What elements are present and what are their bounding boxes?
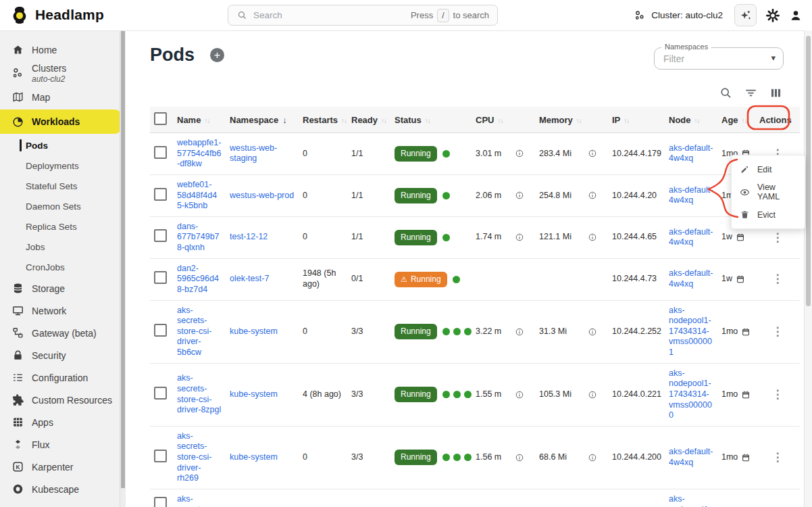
column-header-age[interactable]: Age↑↓: [717, 107, 755, 133]
sidebar-item-security[interactable]: Security: [0, 344, 126, 366]
namespace-link[interactable]: westus-web-prod: [230, 191, 294, 200]
global-search-input[interactable]: Search Press / to search: [228, 5, 498, 26]
column-header-ip[interactable]: IP↑↓: [608, 107, 665, 133]
columns-button[interactable]: [769, 86, 783, 100]
flux-icon: [11, 438, 24, 451]
sidebar-item-map[interactable]: Map: [0, 86, 126, 108]
node-link[interactable]: aks-nodepool1-17434314-vmss000000: [669, 368, 712, 420]
create-pod-button[interactable]: +: [210, 48, 224, 62]
sidebar-item-deployments[interactable]: Deployments: [0, 155, 126, 176]
row-checkbox[interactable]: [154, 387, 167, 400]
column-header-status[interactable]: Status↑↓: [390, 107, 472, 133]
network-icon: [11, 304, 24, 317]
age-value: 1mo: [721, 327, 738, 337]
row-actions-menu-button[interactable]: ⋮: [769, 231, 786, 245]
ready-cell: 1/1: [347, 216, 390, 258]
column-header-namespace[interactable]: Namespace↓: [226, 107, 299, 133]
row-checkbox[interactable]: [154, 146, 167, 159]
column-header-ready[interactable]: Ready↑↓: [347, 107, 390, 133]
sidebar-item-workloads[interactable]: Workloads: [0, 110, 122, 134]
column-header-cpu[interactable]: CPU↑↓: [472, 107, 535, 133]
pod-name-link[interactable]: aks-secrets-store-csi-driver-5b6cw: [177, 306, 211, 358]
chevron-down-icon: ▾: [771, 53, 776, 63]
sidebar-item-replica-sets[interactable]: Replica Sets: [0, 216, 126, 237]
sidebar-item-daemon-sets[interactable]: Daemon Sets: [0, 196, 126, 216]
pod-name-link[interactable]: aks-secrets-: [177, 494, 207, 507]
ip-cell: 10.244.4.20: [608, 174, 665, 216]
row-actions-menu-button[interactable]: ⋮: [769, 272, 786, 286]
sidebar-item-clusters[interactable]: Clustersauto-clu2: [0, 61, 126, 86]
row-checkbox[interactable]: [154, 229, 167, 242]
container-dots: [442, 454, 472, 461]
namespace-link[interactable]: westus-web-staging: [230, 143, 277, 164]
row-checkbox[interactable]: [154, 324, 167, 337]
namespace-link[interactable]: kube-system: [230, 452, 278, 462]
status-badge: ⚠Running: [395, 272, 447, 287]
namespace-link[interactable]: kube-system: [230, 327, 278, 336]
sidebar-item-custom-resources[interactable]: Custom Resources: [0, 389, 126, 411]
cluster-selector[interactable]: Cluster: auto-clu2: [634, 9, 723, 22]
namespace-link[interactable]: olek-test-7: [230, 274, 269, 283]
sidebar-item-storage[interactable]: Storage: [0, 277, 126, 299]
page-scrollbar-thumb[interactable]: [806, 36, 811, 306]
sidebar-item-home[interactable]: Home: [0, 39, 126, 61]
pod-name-link[interactable]: aks-secrets-store-csi-driver-rh269: [177, 431, 211, 483]
row-checkbox[interactable]: [154, 271, 167, 284]
node-link[interactable]: aks-default-4w4xq: [669, 268, 713, 289]
node-link[interactable]: aks-default-4w4xq: [669, 227, 713, 247]
row-checkbox[interactable]: [154, 497, 167, 507]
sidebar-item-label: Clusters: [32, 63, 66, 74]
headlamp-logo[interactable]: Headlamp: [10, 5, 104, 24]
page-scrollbar[interactable]: [804, 30, 812, 507]
row-actions-menu-button[interactable]: ⋮: [769, 324, 786, 339]
namespace-link[interactable]: kube-system: [230, 389, 278, 399]
table-row: aks-secrets-store-csi-driver-5b6cwkube-s…: [150, 300, 800, 363]
sidebar-item-flux[interactable]: Flux: [0, 433, 126, 456]
container-dots: [442, 328, 472, 335]
row-checkbox[interactable]: [154, 188, 167, 201]
row-actions-menu-button[interactable]: ⋮: [769, 450, 786, 464]
sidebar-item-stateful-sets[interactable]: Stateful Sets: [0, 176, 126, 196]
sidebar-item-cronjobs[interactable]: CronJobs: [0, 257, 126, 277]
pod-name-link[interactable]: webappfe1-57754c4fb6-df8kw: [177, 138, 221, 168]
node-link[interactable]: aks-default-4w4xq: [669, 447, 713, 467]
pod-name-link[interactable]: dan2-5965c96d48-bz7d4: [177, 264, 219, 294]
sidebar-item-jobs[interactable]: Jobs: [0, 237, 126, 257]
row-actions-menu-button[interactable]: ⋮: [769, 387, 786, 402]
column-header-name[interactable]: Name↑↓: [173, 107, 226, 133]
sidebar-scrollbar-thumb[interactable]: [121, 30, 125, 488]
column-header-restarts[interactable]: Restarts↑↓: [299, 107, 347, 133]
menu-item-view-yaml[interactable]: View YAML: [732, 178, 805, 206]
sidebar-item-configuration[interactable]: Configuration: [0, 366, 126, 389]
select-all-checkbox[interactable]: [154, 112, 167, 125]
row-checkbox[interactable]: [154, 450, 167, 462]
sidebar-item-gateway-beta[interactable]: Gateway (beta): [0, 322, 126, 344]
pod-name-link[interactable]: aks-secrets-store-csi-driver-8zpgl: [177, 373, 221, 414]
sidebar-item-kubescape[interactable]: Kubescape: [0, 478, 126, 500]
ready-cell: 1/1: [347, 133, 390, 175]
column-header-node[interactable]: Node↑↓: [665, 107, 717, 133]
table-search-button[interactable]: [719, 86, 733, 100]
node-link[interactable]: aks-nodepool1-: [669, 494, 711, 507]
namespace-link[interactable]: test-12-12: [230, 232, 268, 241]
sidebar-item-karpenter[interactable]: KKarpenter: [0, 456, 126, 478]
sidebar-scrollbar[interactable]: [120, 30, 126, 507]
pod-name-link[interactable]: webfe01-58d48f4d45-k5bnb: [177, 180, 217, 210]
node-link[interactable]: aks-default-4w4xq: [669, 185, 713, 206]
sidebar-item-pods[interactable]: Pods: [0, 135, 126, 155]
node-link[interactable]: aks-nodepool1-17434314-vmss000001: [669, 306, 712, 358]
namespace-filter-select[interactable]: Namespaces Filter ▾: [654, 47, 784, 70]
node-link[interactable]: aks-default-4w4xq: [669, 143, 713, 164]
column-header-memory[interactable]: Memory↑↓: [535, 107, 608, 133]
sidebar-item-network[interactable]: Network: [0, 299, 126, 322]
sidebar-item-label: Karpenter: [32, 462, 73, 473]
pod-name-link[interactable]: dans-677b749b78-qlxnh: [177, 222, 220, 252]
menu-item-evict[interactable]: Evict: [732, 206, 805, 224]
settings-button[interactable]: [765, 8, 780, 23]
filter-button[interactable]: [744, 86, 758, 100]
user-button[interactable]: [789, 9, 803, 22]
container-dots: [442, 234, 450, 241]
menu-item-edit[interactable]: Edit: [732, 160, 805, 178]
sidebar-item-apps[interactable]: Apps: [0, 411, 126, 433]
ai-assistant-button[interactable]: [734, 4, 757, 26]
